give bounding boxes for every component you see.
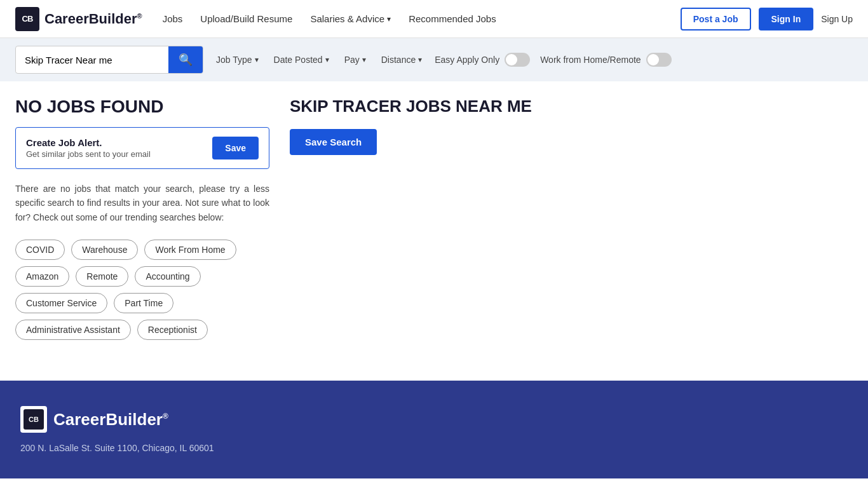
easy-apply-label: Easy Apply Only	[435, 55, 499, 65]
header: CB CareerBuilder® Jobs Upload/Build Resu…	[0, 0, 868, 38]
logo-link[interactable]: CB CareerBuilder®	[15, 7, 142, 31]
header-actions: Post a Job Sign In Sign Up	[681, 8, 853, 30]
footer: CB CareerBuilder® 200 N. LaSalle St. Sui…	[0, 381, 868, 478]
trending-tag[interactable]: Receptionist	[137, 320, 208, 340]
search-input[interactable]	[16, 48, 168, 72]
footer-logo-area: CB CareerBuilder®	[20, 406, 848, 433]
trending-tags: COVIDWarehouseWork From HomeAmazonRemote…	[15, 240, 269, 340]
footer-logo-icon: CB	[20, 406, 47, 433]
right-panel: SKIP TRACER JOBS NEAR ME Save Search	[290, 97, 853, 340]
main-nav: Jobs Upload/Build Resume Salaries & Advi…	[163, 13, 681, 24]
sign-up-button[interactable]: Sign Up	[821, 14, 853, 24]
trending-tag[interactable]: Work From Home	[144, 240, 236, 260]
logo-icon: CB	[15, 7, 39, 31]
no-jobs-title: NO JOBS FOUND	[15, 97, 269, 117]
logo-text: CareerBuilder®	[44, 11, 142, 27]
footer-logo-mark: CB	[24, 409, 44, 430]
alert-box-text: Create Job Alert. Get similar jobs sent …	[26, 137, 151, 159]
alert-subtitle: Get similar jobs sent to your email	[26, 149, 151, 159]
easy-apply-toggle[interactable]	[505, 53, 530, 67]
search-input-wrap: 🔍	[15, 46, 203, 74]
trending-tag[interactable]: Customer Service	[15, 293, 107, 313]
footer-logo-text: CareerBuilder®	[53, 410, 168, 430]
create-alert-box: Create Job Alert. Get similar jobs sent …	[15, 127, 269, 169]
left-panel: NO JOBS FOUND Create Job Alert. Get simi…	[15, 97, 269, 340]
search-button[interactable]: 🔍	[168, 46, 203, 73]
nav-recommended[interactable]: Recommended Jobs	[409, 13, 496, 24]
pay-filter[interactable]: Pay	[342, 51, 369, 69]
alert-title: Create Job Alert.	[26, 137, 151, 148]
save-search-button[interactable]: Save Search	[290, 129, 377, 155]
no-jobs-message: There are no jobs that match your search…	[15, 182, 269, 224]
trending-tag[interactable]: Remote	[76, 266, 128, 287]
post-job-button[interactable]: Post a Job	[681, 8, 751, 30]
sign-in-button[interactable]: Sign In	[759, 8, 814, 30]
trending-tag[interactable]: Administrative Assistant	[15, 320, 131, 340]
trending-tag[interactable]: Amazon	[15, 266, 69, 287]
nav-jobs[interactable]: Jobs	[163, 13, 183, 24]
distance-filter[interactable]: Distance	[379, 51, 424, 69]
footer-address: 200 N. LaSalle St. Suite 1100, Chicago, …	[20, 443, 848, 453]
trending-tag[interactable]: Part Time	[114, 293, 173, 313]
search-bar: 🔍 Job Type Date Posted Pay Distance Easy…	[0, 38, 868, 81]
jobs-section-title: SKIP TRACER JOBS NEAR ME	[290, 97, 853, 116]
easy-apply-toggle-area: Easy Apply Only	[435, 53, 530, 67]
date-posted-filter[interactable]: Date Posted	[271, 51, 332, 69]
trending-tag[interactable]: Warehouse	[71, 240, 138, 260]
main-container: NO JOBS FOUND Create Job Alert. Get simi…	[0, 81, 868, 355]
save-alert-button[interactable]: Save	[212, 137, 259, 159]
nav-salaries[interactable]: Salaries & Advice	[310, 13, 391, 24]
work-remote-label: Work from Home/Remote	[540, 55, 641, 65]
nav-upload-resume[interactable]: Upload/Build Resume	[200, 13, 292, 24]
work-remote-toggle-area: Work from Home/Remote	[540, 53, 671, 67]
job-type-filter[interactable]: Job Type	[214, 51, 261, 69]
trending-tag[interactable]: COVID	[15, 240, 65, 260]
trending-tag[interactable]: Accounting	[135, 266, 200, 287]
work-remote-toggle[interactable]	[646, 53, 672, 67]
